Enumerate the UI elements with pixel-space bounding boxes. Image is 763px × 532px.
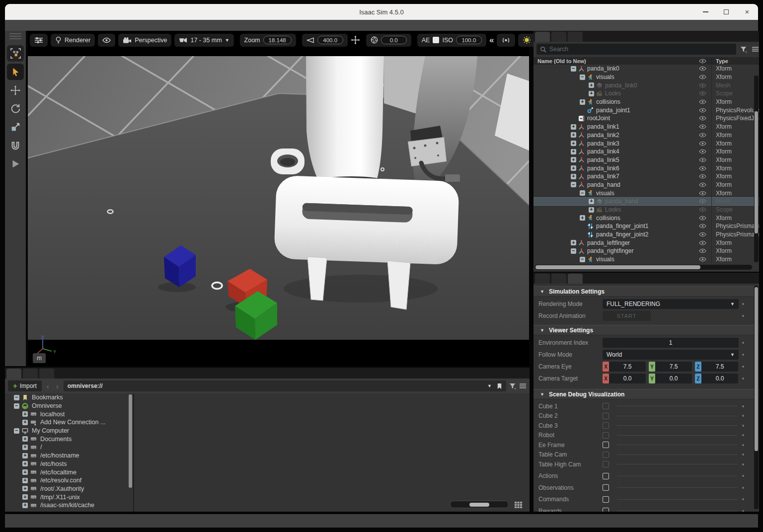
stage-search-input[interactable] bbox=[549, 46, 733, 53]
expander-icon[interactable]: + bbox=[21, 486, 29, 491]
content-tab[interactable] bbox=[23, 369, 38, 379]
content-tab[interactable] bbox=[6, 369, 21, 379]
camera-eye-x-field[interactable]: 7.5 bbox=[609, 362, 646, 372]
stage-tree-row[interactable]: − panda_link0 Xform bbox=[534, 65, 759, 73]
expander-icon[interactable]: + bbox=[579, 215, 586, 221]
expander-icon[interactable]: + bbox=[21, 461, 29, 466]
visibility-eye-icon[interactable] bbox=[693, 224, 711, 228]
debug-checkbox[interactable] bbox=[603, 484, 609, 491]
viewport[interactable]: Renderer Perspective 17 - 35 mm ▼ Zoom 1… bbox=[28, 31, 529, 366]
stage-tree-row[interactable]: panda_finger_joint1 PhysicsPrismatic bbox=[534, 222, 759, 230]
expander-icon[interactable]: + bbox=[570, 165, 577, 171]
path-bar[interactable]: ▼ bbox=[64, 380, 506, 391]
expander-icon[interactable]: − bbox=[13, 403, 20, 409]
visibility-eye-icon[interactable] bbox=[693, 116, 711, 121]
property-tab[interactable] bbox=[535, 274, 550, 284]
snap-tool-button[interactable] bbox=[7, 137, 24, 153]
options-icon[interactable] bbox=[519, 383, 527, 389]
pan-icon[interactable] bbox=[351, 35, 360, 45]
property-tab[interactable] bbox=[551, 274, 566, 284]
expander-icon[interactable]: − bbox=[13, 395, 20, 400]
debug-checkbox[interactable] bbox=[603, 496, 609, 503]
stage-tree-row[interactable]: − visuals Xform bbox=[534, 255, 759, 264]
debug-checkbox[interactable] bbox=[603, 442, 609, 448]
visibility-eye-icon[interactable] bbox=[693, 174, 711, 179]
stage-tree-row[interactable]: + Looks Scope bbox=[534, 206, 759, 214]
stage-tree-row[interactable]: − visuals Xform bbox=[534, 73, 759, 81]
stage-tab[interactable] bbox=[568, 32, 583, 42]
file-tree-row[interactable]: + Documents bbox=[7, 435, 133, 443]
import-button[interactable]: + Import bbox=[8, 380, 42, 391]
ae-checkbox[interactable] bbox=[433, 37, 439, 43]
stage-search[interactable] bbox=[536, 44, 736, 55]
renderer-button[interactable]: Renderer bbox=[51, 34, 95, 47]
visibility-eye-icon[interactable] bbox=[693, 149, 711, 154]
stage-tree-row[interactable]: + Looks Scope bbox=[534, 89, 759, 98]
collapse-toolbar-icon[interactable]: « bbox=[489, 34, 494, 46]
stage-tab[interactable] bbox=[551, 32, 566, 42]
section-simulation-settings[interactable]: ▼ Simulation Settings bbox=[534, 286, 759, 297]
move-tool-button[interactable] bbox=[7, 82, 24, 98]
visibility-eye-icon[interactable] bbox=[693, 99, 711, 104]
expander-icon[interactable]: + bbox=[570, 157, 577, 162]
visibility-eye-icon[interactable] bbox=[693, 199, 711, 204]
grid-view-icon[interactable] bbox=[514, 501, 523, 509]
play-button[interactable] bbox=[7, 155, 24, 172]
camera-target-z-field[interactable]: 0.0 bbox=[701, 374, 738, 383]
expander-icon[interactable]: + bbox=[588, 91, 595, 96]
stage-tree-row[interactable]: rootJoint PhysicsFixedJoin bbox=[534, 114, 759, 123]
close-button[interactable]: × bbox=[744, 9, 750, 15]
property-scrollbar[interactable] bbox=[754, 286, 759, 509]
expander-icon[interactable]: + bbox=[21, 411, 29, 417]
select-tool-button[interactable] bbox=[7, 64, 24, 80]
property-tab[interactable] bbox=[568, 274, 583, 284]
file-tree-row[interactable]: + /etc/localtime bbox=[7, 468, 133, 476]
record-start-button[interactable]: START bbox=[603, 311, 651, 321]
expander-icon[interactable]: − bbox=[570, 66, 577, 72]
minimize-button[interactable] bbox=[702, 9, 708, 15]
visibility-eye-icon[interactable] bbox=[693, 240, 711, 245]
visibility-eye-icon[interactable] bbox=[693, 157, 711, 162]
lens-button[interactable]: 17 - 35 mm ▼ bbox=[174, 34, 233, 47]
visibility-eye-icon[interactable] bbox=[693, 182, 711, 187]
zoom-control[interactable]: Zoom 18.148 bbox=[240, 34, 296, 47]
expander-icon[interactable]: + bbox=[570, 149, 577, 154]
stage-tree-row[interactable]: + panda_leftfinger Xform bbox=[534, 238, 759, 247]
stage-tree-row[interactable]: + panda_hand Mesh bbox=[534, 197, 759, 206]
expander-icon[interactable]: + bbox=[21, 469, 29, 475]
debug-checkbox[interactable] bbox=[603, 473, 609, 479]
stage-tree-row[interactable]: + panda_link4 Xform bbox=[534, 148, 759, 156]
expander-icon[interactable]: + bbox=[588, 207, 595, 213]
filter-icon[interactable] bbox=[740, 46, 747, 53]
visibility-button[interactable] bbox=[98, 34, 115, 47]
exposure-control[interactable]: 0.0 bbox=[366, 34, 411, 47]
debug-checkbox[interactable] bbox=[603, 461, 609, 467]
stage-tree-row[interactable]: + collisions Xform bbox=[534, 98, 759, 106]
expander-icon[interactable]: + bbox=[21, 503, 29, 508]
stage-tree-row[interactable]: + panda_link6 Xform bbox=[534, 164, 759, 172]
content-tab[interactable] bbox=[39, 369, 54, 379]
back-icon[interactable]: ‹ bbox=[45, 382, 51, 390]
file-tree-row[interactable]: + /etc/hostname bbox=[7, 452, 133, 460]
visibility-eye-icon[interactable] bbox=[693, 207, 711, 212]
broadcast-button[interactable] bbox=[497, 34, 515, 47]
expander-icon[interactable]: − bbox=[579, 75, 586, 80]
file-tree-row[interactable]: + /etc/resolv.conf bbox=[7, 476, 133, 485]
visibility-eye-icon[interactable] bbox=[693, 83, 711, 88]
expander-icon[interactable]: + bbox=[21, 445, 29, 450]
expander-icon[interactable]: + bbox=[21, 478, 29, 483]
stage-tree-row[interactable]: panda_joint1 PhysicsRevolute bbox=[534, 106, 759, 114]
debug-checkbox[interactable] bbox=[603, 403, 609, 409]
filter-icon[interactable] bbox=[509, 383, 516, 389]
visibility-eye-icon[interactable] bbox=[693, 75, 711, 79]
stage-vertical-scrollbar[interactable] bbox=[754, 76, 759, 262]
file-tree-row[interactable]: + /tmp/.X11-unix bbox=[7, 493, 133, 501]
section-viewer-settings[interactable]: ▼ Viewer Settings bbox=[534, 325, 759, 335]
follow-mode-dropdown[interactable]: World▼ bbox=[603, 350, 739, 360]
visibility-eye-icon[interactable] bbox=[693, 191, 711, 196]
visibility-eye-icon[interactable] bbox=[693, 216, 711, 221]
file-tree-row[interactable]: + Add New Connection ... bbox=[7, 418, 133, 427]
debug-checkbox[interactable] bbox=[603, 432, 609, 439]
expander-icon[interactable]: + bbox=[570, 124, 577, 130]
stage-tree-row[interactable]: + collisions Xform bbox=[534, 214, 759, 222]
